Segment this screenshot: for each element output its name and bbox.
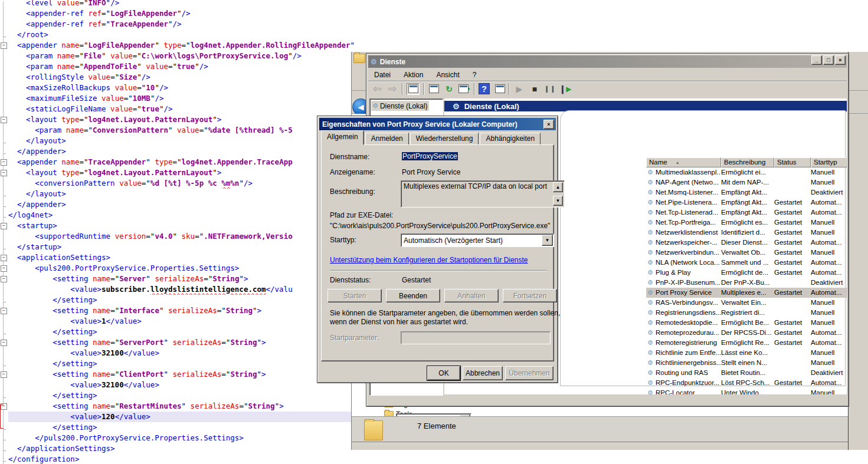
code-line[interactable]: <param name="AppendToFile" value="true"/… <box>8 61 354 72</box>
dienstname-value[interactable]: PortProxyService <box>402 152 458 160</box>
code-line[interactable]: <appender name="LogFileAppender" type="l… <box>8 40 354 51</box>
code-line[interactable]: <supportedRuntime version="v4.0" sku=".N… <box>8 231 354 242</box>
service-row[interactable]: ⚙RemoteregistrierungErmöglicht Re...Gest… <box>646 338 847 348</box>
maximize-icon[interactable]: □ <box>823 55 834 65</box>
code-line[interactable]: </log4net> <box>8 210 354 221</box>
code-line[interactable]: <appender name="TraceAppender" type="log… <box>8 157 354 167</box>
service-row[interactable]: ⚙Multimediaklassenpl...Ermöglicht ei...M… <box>646 167 847 177</box>
code-line[interactable]: <layout type="log4net.Layout.PatternLayo… <box>8 114 354 125</box>
collapse-region-icon[interactable]: − <box>1 340 7 346</box>
col-name[interactable]: Name ▲ <box>646 157 721 167</box>
abbrechen-button[interactable]: Abbrechen <box>463 366 503 380</box>
collapse-region-icon[interactable]: − <box>1 371 7 378</box>
forward-icon[interactable]: ⇨ <box>386 84 398 94</box>
code-line[interactable]: <setting name="Server" serializeAs="Stri… <box>8 274 354 284</box>
code-line[interactable]: <conversionPattern value="%d [%t] %-5p %… <box>8 178 354 189</box>
back-icon[interactable]: ⇦ <box>371 84 383 94</box>
collapse-region-icon[interactable]: − <box>1 223 7 229</box>
collapse-region-icon[interactable]: − <box>1 42 7 49</box>
service-row[interactable]: ⚙RPC-Endpunktzuor...Löst RPC-Sch...Gesta… <box>646 378 847 388</box>
code-line[interactable]: <appender-ref ref="LogFileAppender"/> <box>8 8 354 19</box>
scroll-down-icon[interactable]: ▼ <box>553 196 563 206</box>
service-row[interactable]: ⚙NetzwerklistendienstIdentifiziert d...G… <box>646 228 847 238</box>
service-row[interactable]: ⚙Richtlinie zum Entfe...Lässt eine Ko...… <box>646 348 847 358</box>
menu-datei[interactable]: Datei <box>374 71 391 79</box>
code-line[interactable]: <appender-ref ref="TraceAppender"/> <box>8 19 354 29</box>
code-line[interactable]: <value>32100</value> <box>8 348 354 358</box>
service-row[interactable]: ⚙Net.Tcp-Listenerad...Empfängt Akt...Ges… <box>646 208 847 218</box>
service-row[interactable]: ⚙Net.Msmq-Listener...Empfängt Akt...Deak… <box>646 187 847 198</box>
code-line[interactable]: <value>1</value> <box>8 316 354 327</box>
service-row[interactable]: ⚙Registrierungsdiens...Registriert di...… <box>646 308 847 318</box>
beschreibung-box[interactable]: Multiplexes external TCP/IP data on loca… <box>401 180 565 208</box>
col-beschreibung[interactable]: Beschreibung <box>721 157 774 167</box>
collapse-region-icon[interactable]: − <box>1 117 7 123</box>
tab-anmelden[interactable]: Anmelden <box>365 133 409 145</box>
code-line[interactable]: <rollingStyle value="Size"/> <box>8 72 354 83</box>
code-line[interactable]: <staticLogFileName value="true"/> <box>8 104 354 114</box>
help-icon[interactable]: ? <box>479 83 490 94</box>
code-line[interactable]: </layout> <box>8 136 354 146</box>
service-row[interactable]: ⚙RPC-LocatorUnter Windo...ManuellNetzwer… <box>646 388 847 394</box>
collapse-region-icon[interactable]: − <box>1 308 7 314</box>
col-status[interactable]: Status <box>774 157 811 167</box>
service-row[interactable]: ⚙NAP-Agent (Netwo...Mit dem NAP-...Manue… <box>646 177 847 187</box>
fortsetzen-button[interactable]: Fortsetzen <box>503 289 557 302</box>
code-line[interactable]: <param name="File" value="C:\work\logs\P… <box>8 51 354 61</box>
uebernehmen-button[interactable]: Übernehmen <box>505 366 553 380</box>
service-row[interactable]: ⚙Net.Pipe-Listenera...Empfängt Akt...Ges… <box>646 198 847 208</box>
code-line[interactable]: <layout type="log4net.Layout.PatternLayo… <box>8 167 354 178</box>
code-line[interactable]: <maximumFileSize value="10MB"/> <box>8 93 354 104</box>
menu-hilfe[interactable]: ? <box>473 71 477 79</box>
code-line[interactable]: </setting> <box>8 327 354 337</box>
service-row[interactable]: ⚙Plug & PlayErmöglicht de...GestartetAut… <box>646 268 847 278</box>
ok-button[interactable]: OK <box>427 366 460 380</box>
stop-service-icon[interactable]: ■ <box>529 84 541 94</box>
collapse-region-icon[interactable]: − <box>1 255 7 261</box>
code-line[interactable]: </puls200.PortProxyService.Properties.Se… <box>8 433 354 443</box>
service-row[interactable]: ⚙PnP-X-IP-Busenum...Der PnP-X-Bu...Deakt… <box>646 278 847 288</box>
collapse-region-icon[interactable]: − <box>1 265 7 272</box>
collapse-region-icon[interactable]: − <box>1 170 7 176</box>
startoptionen-link[interactable]: Unterstützung beim Konfigurieren der Sta… <box>330 256 528 264</box>
code-line[interactable]: </setting> <box>8 390 354 401</box>
code-line[interactable]: <setting name="RestartMinutes" serialize… <box>8 401 354 412</box>
pause-service-icon[interactable]: ❙❙ <box>544 84 556 94</box>
close-icon[interactable]: × <box>835 55 846 65</box>
start-service-icon[interactable]: ▶ <box>513 84 525 94</box>
tab-abhaengigkeiten[interactable]: Abhängigkeiten <box>480 133 541 145</box>
code-line[interactable]: <setting name="ClientPort" serializeAs="… <box>8 369 354 380</box>
code-line[interactable]: </root> <box>8 29 354 40</box>
service-row[interactable]: ⚙NLA (Network Loca...Sammelt und ...Gest… <box>646 258 847 268</box>
code-line[interactable]: <value>subscriber.lloydslistintelligence… <box>8 284 354 295</box>
collapse-region-icon[interactable]: − <box>1 159 7 166</box>
service-row[interactable]: ⚙Netzwerkverbindun...Verwaltet Ob...Gest… <box>646 248 847 258</box>
service-row[interactable]: ⚙Routing und RASBietet Routin...Deaktivi… <box>646 368 847 378</box>
combo-dropdown-icon[interactable]: ▼ <box>542 235 553 246</box>
menu-aktion[interactable]: Aktion <box>404 71 423 79</box>
tree-item-dienste-lokal[interactable]: ⚙ Dienste (Lokal) <box>371 101 429 111</box>
code-line[interactable]: </startup> <box>8 242 354 252</box>
collapse-region-icon[interactable]: − <box>1 276 7 282</box>
tab-wiederherstellung[interactable]: Wiederherstellung <box>410 133 479 145</box>
code-line[interactable]: <param name="ConversionPattern" value="%… <box>8 125 354 136</box>
code-line[interactable]: </setting> <box>8 358 354 369</box>
code-line[interactable]: <value>32100</value> <box>8 380 354 390</box>
code-line[interactable]: <puls200.PortProxyService.Properties.Set… <box>8 263 354 274</box>
tab-allgemein[interactable]: Allgemein <box>321 130 364 145</box>
scroll-up-icon[interactable]: ▲ <box>553 182 563 192</box>
code-line[interactable]: <value>120</value> <box>8 412 354 422</box>
menu-ansicht[interactable]: Ansicht <box>436 71 459 79</box>
beenden-button[interactable]: Beenden <box>386 289 440 302</box>
refresh-icon[interactable]: ↻ <box>443 84 455 94</box>
starttyp-combobox[interactable]: Automatisch (Verzögerter Start) ▼ <box>401 233 554 247</box>
code-line[interactable]: </appender> <box>8 146 354 157</box>
col-starttyp[interactable]: Starttyp <box>811 157 847 167</box>
service-row[interactable]: ⚙RAS-Verbindungsv...Verwaltet Ein...Manu… <box>646 298 847 308</box>
starten-button[interactable]: Starten <box>327 289 382 302</box>
service-row[interactable]: ⚙Remoteprozedurau...Der RPCSS-Di...Gesta… <box>646 328 847 338</box>
code-line[interactable]: </setting> <box>8 295 354 305</box>
startparameter-input[interactable] <box>401 331 551 344</box>
service-row[interactable]: ⚙Remotedesktopdie...Ermöglicht Be...Gest… <box>646 318 847 328</box>
code-line[interactable]: <applicationSettings> <box>8 252 354 263</box>
